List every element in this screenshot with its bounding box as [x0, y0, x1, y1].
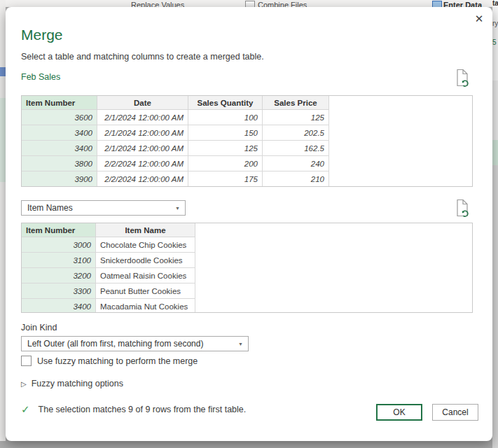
table-row: 39002/2/2024 12:00:00 AM175210 [22, 172, 329, 187]
table-cell[interactable]: Oatmeal Raisin Cookies [96, 268, 195, 284]
table-cell[interactable]: 2/1/2024 12:00:00 AM [97, 110, 188, 125]
table-row: 3100Snickerdoodle Cookies [22, 253, 195, 268]
second-table-preview: Item NumberItem Name3000Chocolate Chip C… [21, 223, 473, 313]
first-table: Item NumberDateSales QuantitySales Price… [21, 95, 329, 187]
table-cell[interactable]: 3100 [22, 253, 96, 268]
table-cell[interactable]: 2/1/2024 12:00:00 AM [97, 141, 188, 156]
table-cell[interactable]: 3600 [22, 110, 97, 125]
table-row: 36002/1/2024 12:00:00 AM100125 [22, 110, 329, 125]
table-cell[interactable]: 162.5 [263, 141, 329, 156]
refresh-preview-icon[interactable] [455, 199, 470, 217]
table-cell[interactable]: 3400 [22, 125, 97, 141]
background-left-edge [0, 0, 6, 441]
merge-dialog: ✕ Merge Select a table and matching colu… [6, 7, 492, 441]
fuzzy-matching-checkbox-label: Use fuzzy matching to perform the merge [37, 356, 198, 366]
table-cell[interactable]: 150 [188, 125, 263, 141]
table-cell[interactable]: 3800 [22, 156, 97, 172]
cancel-button[interactable]: Cancel [432, 404, 478, 421]
background-right-edge: ta ry 5 [492, 0, 498, 448]
table-cell[interactable]: 2/2/2024 12:00:00 AM [97, 156, 188, 172]
table-row: 34002/1/2024 12:00:00 AM150202.5 [22, 125, 329, 141]
column-header-item-number[interactable]: Item Number [22, 223, 96, 237]
table-cell[interactable]: 3000 [22, 237, 96, 253]
table-row: 3000Chocolate Chip Cookies [22, 237, 195, 253]
table-cell[interactable]: 125 [263, 110, 329, 125]
table-cell[interactable]: Snickerdoodle Cookies [96, 253, 195, 268]
table-cell[interactable]: Chocolate Chip Cookies [96, 237, 195, 253]
table-cell[interactable]: 240 [263, 156, 329, 172]
background-text-fragment: ry [492, 20, 498, 27]
table-cell[interactable]: 3400 [22, 299, 96, 314]
table-row: 3400Macadamia Nut Cookies [22, 299, 195, 314]
fuzzy-options-label: Fuzzy matching options [32, 379, 123, 388]
background-fragment [0, 67, 6, 76]
table-row: 3200Oatmeal Raisin Cookies [22, 268, 195, 284]
table-cell[interactable]: 3200 [22, 268, 96, 284]
background-ribbon-strip: Replace Values Combine Files Enter Data [0, 0, 498, 7]
table-cell[interactable]: Peanut Butter Cookies [96, 284, 195, 299]
table-row: 38002/2/2024 12:00:00 AM200240 [22, 156, 329, 172]
combine-files-icon [245, 1, 255, 7]
table-row: 34002/1/2024 12:00:00 AM125162.5 [22, 141, 329, 156]
table-cell[interactable]: 175 [188, 172, 263, 187]
background-fragment [492, 80, 498, 140]
first-table-name: Feb Sales [21, 72, 60, 82]
second-table: Item NumberItem Name3000Chocolate Chip C… [21, 223, 195, 313]
background-fragment [492, 140, 498, 165]
background-text-fragment: 5 [492, 38, 497, 46]
join-kind-label: Join Kind [21, 323, 57, 332]
refresh-preview-icon[interactable] [455, 69, 470, 87]
chevron-down-icon: ▼ [175, 206, 180, 211]
table-cell[interactable]: 202.5 [263, 125, 329, 141]
table-cell[interactable]: 2/2/2024 12:00:00 AM [97, 172, 188, 187]
background-fragment [0, 98, 6, 182]
fuzzy-matching-checkbox-row: Use fuzzy matching to perform the merge [21, 356, 198, 366]
dialog-subtitle: Select a table and matching columns to c… [21, 52, 264, 62]
table-selector-dropdown[interactable]: Item Names ▼ [21, 200, 186, 216]
dialog-title: Merge [21, 27, 63, 43]
column-header-sales-price[interactable]: Sales Price [263, 96, 329, 110]
success-check-icon: ✓ [21, 403, 30, 416]
table-cell[interactable]: 100 [188, 110, 263, 125]
table-cell[interactable]: 200 [188, 156, 263, 172]
join-kind-dropdown[interactable]: Left Outer (all from first, matching fro… [21, 336, 249, 351]
first-table-preview: Item NumberDateSales QuantitySales Price… [21, 95, 473, 187]
table-selector-value: Item Names [27, 203, 73, 213]
column-header-date[interactable]: Date [97, 96, 188, 110]
table-cell[interactable]: 3900 [22, 172, 97, 187]
match-status: ✓ The selection matches 9 of 9 rows from… [21, 403, 246, 416]
column-header-item-name[interactable]: Item Name [96, 223, 195, 237]
table-cell[interactable]: 3300 [22, 284, 96, 299]
ribbon-label-enter-data: Enter Data [443, 0, 482, 7]
enter-data-icon [432, 1, 442, 7]
table-row: 3300Peanut Butter Cookies [22, 284, 195, 299]
ok-button[interactable]: OK [376, 404, 422, 421]
ribbon-label-combine-files: Combine Files [258, 0, 307, 7]
ribbon-label-replace-values: Replace Values [131, 0, 184, 7]
column-header-sales-quantity[interactable]: Sales Quantity [188, 96, 263, 110]
table-cell[interactable]: Macadamia Nut Cookies [96, 299, 195, 314]
match-status-text: The selection matches 9 of 9 rows from t… [39, 405, 247, 414]
table-cell[interactable]: 3400 [22, 141, 97, 156]
close-icon[interactable]: ✕ [469, 10, 489, 28]
join-kind-value: Left Outer (all from first, matching fro… [27, 339, 203, 349]
table-cell[interactable]: 125 [188, 141, 263, 156]
table-cell[interactable]: 2/1/2024 12:00:00 AM [97, 125, 188, 141]
fuzzy-options-expander[interactable]: ▷ Fuzzy matching options [21, 379, 123, 388]
chevron-down-icon: ▼ [238, 342, 243, 347]
expander-triangle-icon: ▷ [21, 380, 27, 388]
table-cell[interactable]: 210 [263, 172, 329, 187]
fuzzy-matching-checkbox[interactable] [21, 356, 32, 366]
background-text-fragment: ta [492, 0, 498, 7]
column-header-item-number[interactable]: Item Number [22, 96, 97, 110]
